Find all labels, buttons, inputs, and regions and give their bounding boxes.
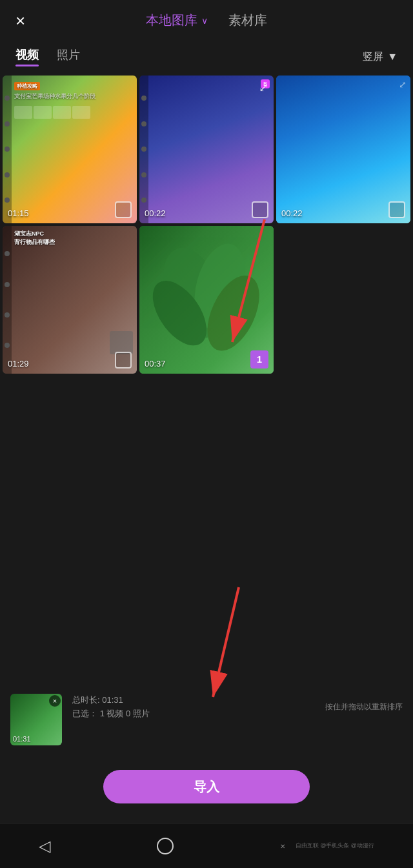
selected-label: 已选：: [72, 709, 97, 718]
close-button[interactable]: ×: [15, 12, 25, 29]
svg-line-7: [213, 587, 239, 697]
video-item-2[interactable]: B 00:22 ⤢: [139, 76, 274, 223]
video-duration-3: 00:22: [281, 208, 303, 218]
local-library-tab[interactable]: 本地图库 ∨: [146, 12, 208, 29]
select-box-2[interactable]: [252, 201, 268, 218]
chevron-down-icon: ∨: [201, 15, 208, 26]
expand-icon-2[interactable]: ⤢: [259, 81, 268, 95]
video-filter-tab[interactable]: 视频: [15, 47, 39, 66]
import-button[interactable]: 导入: [103, 770, 310, 803]
local-library-label: 本地图库: [146, 12, 197, 29]
total-duration: 01:31: [102, 695, 123, 705]
bottom-area: 01:31 × 总时长: 01:31 已选： 1 视频 0 照片 按住并拖动以重…: [0, 683, 413, 758]
video-item-5[interactable]: 00:37 1: [139, 226, 274, 374]
import-label: 导入: [194, 778, 219, 796]
selected-preview-row: 01:31 × 总时长: 01:31 已选： 1 视频 0 照片 按住并拖动以重…: [10, 694, 403, 745]
select-box-1[interactable]: [115, 201, 132, 218]
selected-count: 1 视频 0 照片: [100, 709, 150, 718]
video-duration-2: 00:22: [145, 208, 166, 218]
filter-bar: 视频 照片 竖屏 ▼: [0, 41, 413, 73]
reorder-hint: 按住并拖动以重新排序: [325, 701, 403, 712]
selected-thumbnail[interactable]: 01:31 ×: [10, 694, 62, 745]
header-tabs: 本地图库 ∨ 素材库: [146, 12, 267, 29]
video-item-3[interactable]: ⤢ 00:22: [276, 76, 410, 223]
brand-logo-icon: ✕: [280, 841, 293, 851]
material-library-tab[interactable]: 素材库: [228, 12, 267, 29]
video-duration-1: 01:15: [8, 208, 29, 218]
bottom-nav: ◁ ✕ 自由互联 @手机头条 @动漫行: [0, 823, 413, 868]
remove-selected-button[interactable]: ×: [49, 695, 61, 707]
chevron-icon: ▼: [387, 51, 398, 63]
select-box-4[interactable]: [115, 352, 132, 368]
selected-thumb-duration: 01:31: [13, 735, 31, 743]
video-duration-4: 01:29: [8, 359, 29, 368]
video-duration-5: 00:37: [145, 359, 166, 368]
info-reorder-area: 总时长: 01:31 已选： 1 视频 0 照片 按住并拖动以重新排序: [62, 694, 403, 721]
video-grid: 种植攻略 支付宝芒果场种水果分几个阶段 01:15 B: [0, 73, 413, 376]
video-item-4[interactable]: 湖宝志NPC背行物品有哪些 01:29: [3, 226, 137, 374]
header: × 本地图库 ∨ 素材库: [0, 0, 413, 41]
select-badge-5[interactable]: 1: [250, 350, 268, 368]
orientation-label: 竖屏: [363, 50, 383, 64]
photo-filter-tab[interactable]: 照片: [57, 47, 80, 66]
back-button[interactable]: ◁: [39, 837, 50, 855]
select-box-3[interactable]: [388, 201, 405, 218]
watermark-text: 自由互联 @手机头条 @动漫行: [296, 842, 374, 850]
home-button[interactable]: [157, 838, 174, 854]
total-label: 总时长:: [72, 695, 100, 705]
video-item-1[interactable]: 种植攻略 支付宝芒果场种水果分几个阶段 01:15: [3, 76, 137, 223]
watermark-area: ✕ 自由互联 @手机头条 @动漫行: [280, 841, 374, 851]
selection-info: 总时长: 01:31 已选： 1 视频 0 照片: [72, 694, 150, 721]
orientation-filter[interactable]: 竖屏 ▼: [363, 50, 398, 64]
svg-text:✕: ✕: [280, 843, 285, 850]
